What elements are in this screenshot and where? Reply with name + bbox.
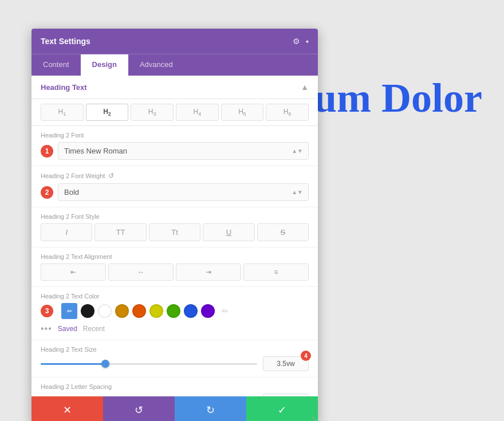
htab-h6[interactable]: H6	[266, 104, 309, 121]
color-pencil-icon[interactable]: ✏	[218, 304, 232, 318]
text-align-field-group: Heading 2 Text Alignment ⇤ ↔ ⇥ ≡	[32, 247, 318, 287]
text-color-label: Heading 2 Text Color	[41, 293, 309, 300]
align-justify-button[interactable]: ≡	[243, 263, 309, 281]
panel-header: Text Settings ⚙ ▪	[32, 29, 318, 54]
font-weight-select-wrap: 2 Bold ▲▼	[41, 183, 309, 201]
font-weight-select[interactable]: Bold	[58, 183, 309, 201]
underline-button[interactable]: U	[203, 223, 254, 241]
panel-header-icons: ⚙ ▪	[293, 37, 309, 46]
color-row: 3 ✏ ✏	[41, 303, 309, 319]
text-size-field-group: Heading 2 Text Size 4	[32, 340, 318, 377]
color-swatch-green[interactable]	[167, 304, 180, 318]
font-style-field-group: Heading 2 Font Style I TT Tt U S	[32, 207, 318, 247]
slider-thumb[interactable]	[101, 360, 109, 368]
style-buttons: I TT Tt U S	[41, 223, 309, 241]
section-heading-text: Heading Text	[41, 83, 87, 92]
color-edit-icon: ✏	[67, 308, 72, 315]
letter-spacing-field-group: Heading 2 Letter Spacing	[32, 377, 318, 396]
italic-button[interactable]: I	[41, 223, 92, 241]
font-weight-reset-icon[interactable]: ↺	[108, 172, 114, 180]
font-weight-label: Heading 2 Font Weight ↺	[41, 172, 309, 180]
tab-advanced[interactable]: Advanced	[128, 54, 184, 76]
htab-h4[interactable]: H4	[176, 104, 219, 121]
color-swatch-orange[interactable]	[115, 304, 129, 318]
color-active-button[interactable]: ✏	[61, 303, 77, 319]
htab-h1[interactable]: H1	[41, 104, 84, 121]
uppercase-button[interactable]: TT	[94, 223, 146, 241]
text-color-field-group: Heading 2 Text Color 3 ✏ ✏ ••• Saved Re	[32, 287, 318, 340]
align-left-button[interactable]: ⇤	[41, 263, 106, 281]
color-swatch-darkorange[interactable]	[132, 304, 146, 318]
tab-bar: Content Design Advanced	[32, 54, 318, 76]
heading-level-tabs: H1 H2 H3 H4 H5 H6	[32, 99, 318, 126]
slider-fill	[41, 363, 105, 365]
color-swatch-black[interactable]	[81, 304, 94, 318]
font-style-label: Heading 2 Font Style	[41, 213, 309, 220]
section-heading: Heading Text ▲	[32, 76, 318, 99]
font-select-wrap: 1 Times New Roman ▲▼	[41, 142, 309, 160]
panel-body: Heading Text ▲ H1 H2 H3 H4 H5 H6 Heading…	[32, 76, 318, 396]
text-size-slider-row: 4	[41, 356, 309, 371]
color-swatch-purple[interactable]	[201, 304, 215, 318]
color-swatch-white[interactable]	[98, 304, 112, 318]
redo-button[interactable]: ↻	[175, 396, 246, 421]
more-colors-button[interactable]: •••	[41, 324, 52, 334]
section-toggle-icon[interactable]: ▲	[301, 82, 309, 92]
text-settings-panel: Text Settings ⚙ ▪ Content Design Advance…	[32, 29, 318, 421]
reset-button[interactable]: ↺	[103, 396, 175, 421]
color-swatch-yellow[interactable]	[149, 304, 163, 318]
tab-content[interactable]: Content	[32, 54, 81, 76]
settings-icon[interactable]: ⚙	[293, 37, 300, 46]
text-size-label: Heading 2 Text Size	[41, 346, 309, 353]
letter-spacing-label: Heading 2 Letter Spacing	[41, 383, 309, 390]
align-center-button[interactable]: ↔	[108, 263, 174, 281]
panel-title: Text Settings	[41, 37, 90, 46]
slider-track	[41, 363, 257, 365]
htab-h3[interactable]: H3	[131, 104, 174, 121]
text-size-value-wrap: 4	[263, 356, 309, 371]
font-label: Heading 2 Font	[41, 132, 309, 139]
saved-tab[interactable]: Saved	[58, 325, 77, 333]
tab-design[interactable]: Design	[81, 54, 128, 76]
htab-h5[interactable]: H5	[221, 104, 264, 121]
capitalize-button[interactable]: Tt	[149, 223, 200, 241]
badge-4: 4	[301, 351, 311, 361]
badge-3: 3	[41, 305, 53, 317]
text-size-slider[interactable]	[41, 363, 257, 365]
text-align-label: Heading 2 Text Alignment	[41, 253, 309, 260]
color-swatch-blue[interactable]	[184, 304, 198, 318]
cancel-button[interactable]: ✕	[32, 396, 103, 421]
saved-row: ••• Saved Recent	[41, 324, 309, 334]
htab-h2[interactable]: H2	[86, 104, 129, 121]
confirm-button[interactable]: ✓	[246, 396, 318, 421]
bottom-bar: ✕ ↺ ↻ ✓	[32, 396, 318, 421]
font-field-group: Heading 2 Font 1 Times New Roman ▲▼	[32, 126, 318, 166]
strikethrough-button[interactable]: S	[257, 223, 309, 241]
badge-1: 1	[41, 145, 53, 158]
align-buttons: ⇤ ↔ ⇥ ≡	[41, 263, 309, 281]
font-select[interactable]: Times New Roman	[58, 142, 309, 160]
badge-2: 2	[41, 186, 53, 199]
font-weight-field-group: Heading 2 Font Weight ↺ 2 Bold ▲▼	[32, 166, 318, 207]
collapse-icon[interactable]: ▪	[306, 37, 309, 46]
recent-tab[interactable]: Recent	[83, 325, 105, 333]
align-right-button[interactable]: ⇥	[176, 263, 241, 281]
resize-handle[interactable]: ⤡	[311, 415, 317, 421]
